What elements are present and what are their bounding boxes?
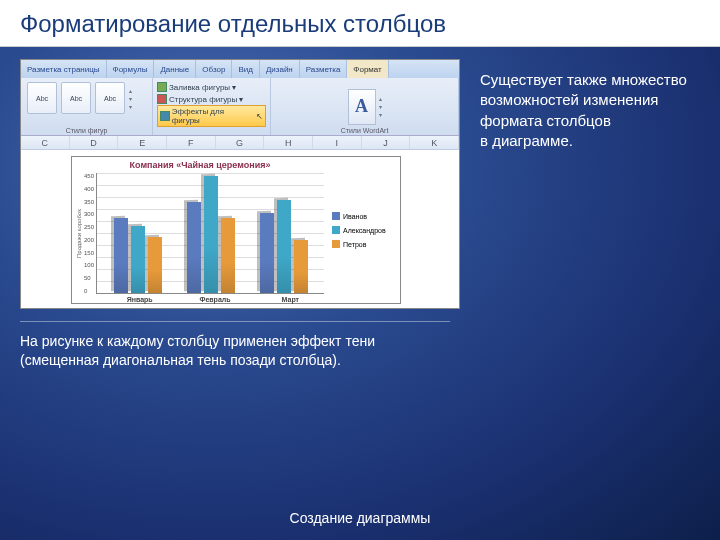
tab-format[interactable]: Формат	[347, 60, 388, 78]
chart-main: Компания «Чайная церемония» Продажи коро…	[72, 157, 328, 303]
chart-bar[interactable]	[221, 218, 235, 293]
tab-data[interactable]: Данные	[154, 60, 196, 78]
chart-plot: Продажи коробок 450 400 350 300 250 200 …	[72, 173, 328, 296]
group-label: Стили фигур	[21, 127, 152, 134]
shape-outline-button[interactable]: Структура фигуры▾	[157, 93, 266, 105]
chevron-up-icon[interactable]: ▴	[129, 87, 132, 94]
chart-title: Компания «Чайная церемония»	[72, 157, 328, 173]
col-header[interactable]: K	[410, 136, 459, 149]
chart-bar[interactable]	[260, 213, 274, 293]
shape-style-button[interactable]: Abc	[95, 82, 125, 114]
chart-bar[interactable]	[204, 176, 218, 293]
legend-item: Петров	[332, 240, 396, 248]
excel-screenshot: Разметка страницы Формулы Данные Обзор В…	[20, 59, 460, 309]
tab-formulas[interactable]: Формулы	[107, 60, 155, 78]
col-header[interactable]: I	[313, 136, 362, 149]
dropdown-icon: ▾	[239, 95, 243, 104]
pencil-icon	[157, 94, 167, 104]
effects-icon	[160, 111, 170, 121]
group-shape-styles: Abc Abc Abc ▴ ▾ ▾ Стили фигур	[21, 78, 153, 135]
description-text: Существует также множество возможностей …	[480, 70, 700, 151]
legend-swatch	[332, 212, 340, 220]
chart-bar[interactable]	[114, 218, 128, 293]
shape-style-button[interactable]: Abc	[27, 82, 57, 114]
column-headers: C D E F G H I J K	[21, 136, 459, 150]
bar-group	[174, 173, 247, 293]
legend-item: Иванов	[332, 212, 396, 220]
col-header[interactable]: G	[216, 136, 265, 149]
shape-style-button[interactable]: Abc	[61, 82, 91, 114]
chart-bar[interactable]	[277, 200, 291, 293]
legend-swatch	[332, 226, 340, 234]
wordart-style-button[interactable]: A	[348, 89, 376, 125]
shape-fill-button[interactable]: Заливка фигуры▾	[157, 81, 266, 93]
bar-group	[247, 173, 320, 293]
tab-view[interactable]: Вид	[232, 60, 259, 78]
tab-review[interactable]: Обзор	[196, 60, 232, 78]
bar-group	[101, 173, 174, 293]
group-label: Стили WordArt	[271, 127, 458, 134]
y-axis-label: Продажи коробок	[76, 173, 82, 294]
shape-effects-button[interactable]: Эффекты для фигуры↖	[157, 105, 266, 127]
more-icon[interactable]: ▾	[379, 111, 382, 118]
slide: Форматирование отдельных столбцов Размет…	[0, 0, 720, 540]
chevron-down-icon[interactable]: ▾	[129, 95, 132, 102]
chevron-down-icon[interactable]: ▾	[379, 103, 382, 110]
col-header[interactable]: E	[118, 136, 167, 149]
embedded-chart[interactable]: Компания «Чайная церемония» Продажи коро…	[71, 156, 401, 304]
ribbon-tabs: Разметка страницы Формулы Данные Обзор В…	[21, 60, 459, 78]
tab-design[interactable]: Дизайн	[260, 60, 300, 78]
chart-bar[interactable]	[187, 202, 201, 293]
group-shape-options: Заливка фигуры▾ Структура фигуры▾ Эффект…	[153, 78, 271, 135]
tab-page-layout[interactable]: Разметка страницы	[21, 60, 107, 78]
col-header[interactable]: C	[21, 136, 70, 149]
chart-bar[interactable]	[294, 240, 308, 293]
col-header[interactable]: J	[362, 136, 411, 149]
tab-layout[interactable]: Разметка	[300, 60, 348, 78]
x-label: Январь	[102, 296, 177, 303]
chart-bar[interactable]	[131, 226, 145, 293]
legend-swatch	[332, 240, 340, 248]
dropdown-icon: ▾	[232, 83, 236, 92]
caption-text: На рисунке к каждому столбцу применен эф…	[20, 321, 450, 370]
x-axis-labels: Январь Февраль Март	[72, 296, 328, 303]
title-bar: Форматирование отдельных столбцов	[0, 0, 720, 47]
x-label: Февраль	[177, 296, 252, 303]
ribbon-body: Abc Abc Abc ▴ ▾ ▾ Стили фигур Заливка фи…	[21, 78, 459, 136]
chart-legend: Иванов Александров Петров	[328, 157, 400, 303]
cursor-icon: ↖	[256, 112, 263, 121]
group-wordart: A ▴ ▾ ▾ Стили WordArt	[271, 78, 459, 135]
col-header[interactable]: D	[70, 136, 119, 149]
paint-bucket-icon	[157, 82, 167, 92]
y-axis-ticks: 450 400 350 300 250 200 150 100 50 0	[82, 173, 96, 294]
chevron-up-icon[interactable]: ▴	[379, 95, 382, 102]
x-label: Март	[253, 296, 328, 303]
more-icon[interactable]: ▾	[129, 103, 132, 110]
worksheet[interactable]: Компания «Чайная церемония» Продажи коро…	[21, 150, 459, 308]
legend-item: Александров	[332, 226, 396, 234]
col-header[interactable]: H	[264, 136, 313, 149]
page-title: Форматирование отдельных столбцов	[20, 10, 700, 38]
bars-zone	[96, 173, 324, 294]
col-header[interactable]: F	[167, 136, 216, 149]
chart-bar[interactable]	[148, 237, 162, 293]
footer-text: Создание диаграммы	[0, 510, 720, 526]
